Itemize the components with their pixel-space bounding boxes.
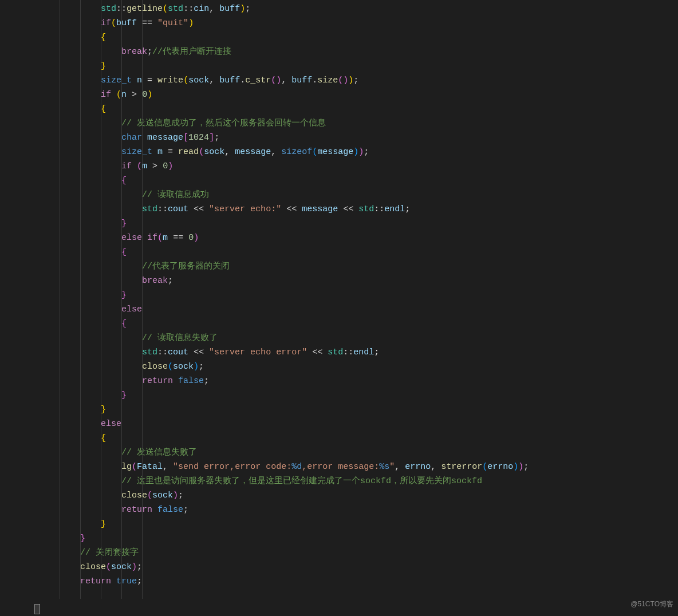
gutter <box>0 0 8 616</box>
token-keyword: if <box>101 90 111 100</box>
token-number: 1024 <box>188 133 209 143</box>
token-comment: //代表用户断开连接 <box>152 47 231 57</box>
token-number: 0 <box>188 233 194 243</box>
token-paren-y: { <box>101 33 106 42</box>
token-paren-y: ) <box>348 76 353 85</box>
code-line[interactable]: // 发送信息成功了，然后这个服务器会回转一个信息 <box>8 116 678 131</box>
token-paren-m: ( <box>132 462 137 472</box>
code-line[interactable]: close(sock); <box>8 560 678 574</box>
code-line[interactable]: std::cout << "server echo:" << message <… <box>8 202 678 216</box>
code-line[interactable]: close(sock); <box>8 488 678 503</box>
code-area[interactable]: std::getline(std::cin, buff); if(buff ==… <box>8 0 678 603</box>
token-var: message <box>147 133 183 143</box>
token-paren-m: { <box>121 319 127 329</box>
token-keyword: else <box>101 419 121 429</box>
token-paren-m: ( <box>106 562 111 572</box>
code-line[interactable]: // 读取信息成功 <box>8 188 678 202</box>
code-line[interactable]: } <box>8 388 678 402</box>
token-var: endl <box>353 348 374 357</box>
token-paren-y: } <box>101 405 106 414</box>
token-type: false <box>178 376 204 386</box>
code-line[interactable]: { <box>8 30 678 45</box>
token-operator: :: <box>374 204 384 214</box>
token-paren-m: } <box>80 534 85 543</box>
token-operator: > <box>127 90 142 100</box>
code-line[interactable]: else if(m == 0) <box>8 231 678 245</box>
token-var: buff <box>116 18 137 28</box>
code-line[interactable]: lg(Fatal, "send error,error code:%d,erro… <box>8 460 678 474</box>
code-line[interactable]: return true; <box>8 574 678 589</box>
token-string: ,error message: <box>302 462 379 472</box>
token-func: close <box>142 362 168 372</box>
token-var: Fatal <box>137 462 163 472</box>
token-func: c_str <box>245 76 271 85</box>
token-type: false <box>157 505 183 515</box>
token-func: strerror <box>441 462 482 472</box>
token-comment: // 读取信息成功 <box>142 190 209 200</box>
code-line[interactable]: if(buff == "quit") <box>8 16 678 30</box>
code-line[interactable] <box>8 589 678 603</box>
code-line[interactable]: return false; <box>8 374 678 388</box>
code-line[interactable]: // 读取信息失败了 <box>8 331 678 345</box>
token-operator: . <box>312 76 317 85</box>
token-operator: == <box>168 233 188 243</box>
token-paren-m: ( <box>157 233 163 243</box>
code-line[interactable]: } <box>8 59 678 73</box>
code-line[interactable]: std::cout << "server echo error" << std:… <box>8 345 678 360</box>
token-string: "server echo:" <box>209 204 281 214</box>
token-operator <box>142 133 147 143</box>
code-line[interactable]: // 发送信息失败了 <box>8 445 678 460</box>
token-var: buff <box>291 76 312 85</box>
token-keyword: return <box>121 505 152 515</box>
code-line[interactable]: size_t m = read(sock, message, sizeof(me… <box>8 145 678 159</box>
token-paren-m: ( <box>137 161 142 171</box>
code-line[interactable]: { <box>8 317 678 331</box>
token-var: message <box>317 147 353 157</box>
code-line[interactable]: char message[1024]; <box>8 131 678 145</box>
code-line[interactable]: size_t n = write(sock, buff.c_str(), buf… <box>8 73 678 88</box>
token-type: true <box>116 576 137 586</box>
code-line[interactable]: { <box>8 173 678 188</box>
code-line[interactable]: } <box>8 216 678 231</box>
code-line[interactable]: } <box>8 517 678 531</box>
code-line[interactable]: return false; <box>8 503 678 517</box>
code-line[interactable]: // 这里也是访问服务器失败了，但是这里已经创建完成了一个sockfd，所以要先… <box>8 474 678 488</box>
code-editor[interactable]: std::getline(std::cin, buff); if(buff ==… <box>0 0 678 616</box>
token-keyword: if <box>121 161 132 171</box>
token-operator: ; <box>178 491 183 500</box>
code-line[interactable]: if (m > 0) <box>8 159 678 173</box>
code-line[interactable]: else <box>8 417 678 431</box>
token-var: errno <box>487 462 513 472</box>
code-line[interactable]: break;//代表用户断开连接 <box>8 45 678 59</box>
token-func: close <box>80 562 106 572</box>
token-number: 0 <box>163 161 168 171</box>
code-line[interactable]: // 关闭套接字 <box>8 546 678 560</box>
code-line[interactable]: } <box>8 402 678 417</box>
token-paren-m: [ <box>183 133 188 143</box>
token-paren-y: } <box>101 519 106 529</box>
code-line[interactable]: else <box>8 302 678 317</box>
code-line[interactable]: } <box>8 531 678 546</box>
token-paren-m: { <box>121 247 127 257</box>
code-line[interactable]: } <box>8 288 678 302</box>
token-operator: , <box>281 76 291 85</box>
token-operator: << <box>188 348 209 357</box>
token-operator: , <box>163 462 173 472</box>
code-line[interactable]: std::getline(std::cin, buff); <box>8 2 678 16</box>
token-operator: ; <box>214 133 219 143</box>
code-line[interactable]: { <box>8 102 678 116</box>
code-line[interactable]: if (n > 0) <box>8 88 678 102</box>
token-operator: ; <box>523 462 529 472</box>
token-operator: = <box>142 76 157 85</box>
token-var: buff <box>219 76 240 85</box>
token-operator: ; <box>199 362 204 372</box>
token-operator: << <box>281 204 302 214</box>
token-paren-y: ( <box>116 90 121 100</box>
code-line[interactable]: close(sock); <box>8 360 678 374</box>
code-line[interactable]: break; <box>8 274 678 288</box>
token-operator: , <box>395 462 405 472</box>
code-line[interactable]: { <box>8 431 678 445</box>
code-line[interactable]: { <box>8 245 678 259</box>
code-line[interactable]: //代表了服务器的关闭 <box>8 259 678 274</box>
token-paren-m: ( <box>199 147 204 157</box>
